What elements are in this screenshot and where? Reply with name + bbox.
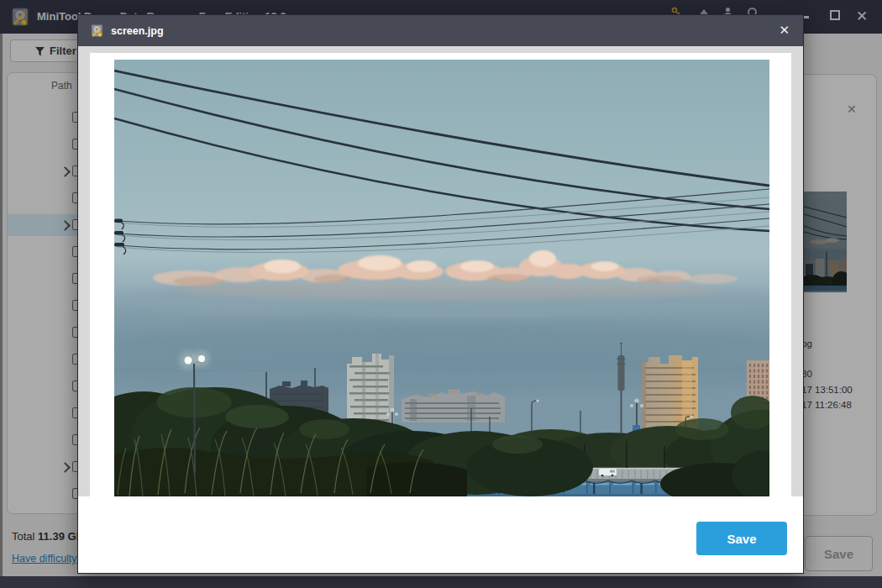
preview-dialog: screen.jpg ✕: [77, 14, 804, 574]
dialog-footer: Save: [78, 496, 803, 573]
dialog-logo-icon: [90, 24, 104, 38]
dialog-titlebar: screen.jpg ✕: [78, 15, 803, 46]
dialog-close-icon[interactable]: ✕: [779, 23, 790, 38]
dialog-body: [78, 46, 803, 498]
save-button[interactable]: Save: [696, 522, 787, 555]
screen: MiniTool Power Data Recovery Free Editio…: [0, 0, 882, 588]
van: [599, 469, 617, 476]
dialog-title: screen.jpg: [111, 25, 164, 37]
photo-preview: [114, 60, 769, 496]
